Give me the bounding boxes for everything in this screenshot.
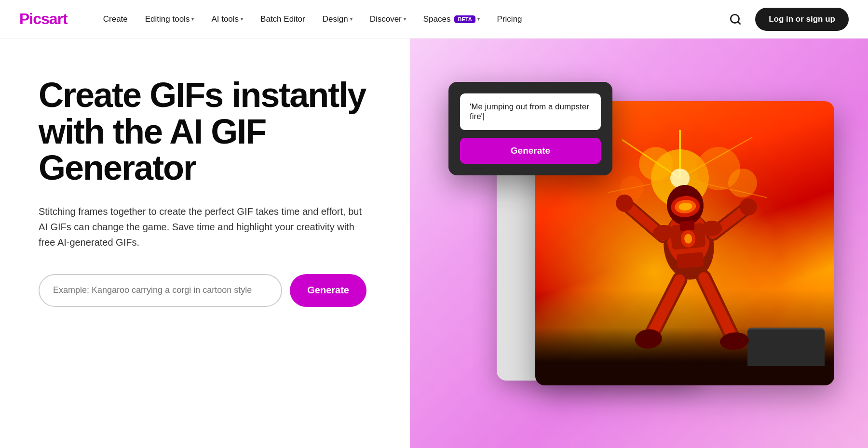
login-button[interactable]: Log in or sign up — [755, 8, 849, 31]
nav-item-create[interactable]: Create — [96, 11, 135, 28]
nav-label-editing-tools: Editing tools — [145, 14, 190, 24]
ai-generate-button[interactable]: Generate — [460, 138, 601, 164]
generate-row: Generate — [39, 274, 366, 307]
nav-label-design: Design — [323, 14, 348, 24]
nav-label-discover: Discover — [370, 14, 402, 24]
svg-rect-35 — [679, 220, 695, 231]
left-panel: Create GIFs instantly with the AI GIF Ge… — [0, 39, 410, 448]
nav-label-batch-editor: Batch Editor — [260, 14, 305, 24]
nav-item-ai-tools[interactable]: AI tools ▾ — [204, 11, 250, 28]
chevron-down-icon: ▾ — [350, 16, 353, 22]
nav-links: Create Editing tools ▾ AI tools ▾ Batch … — [96, 11, 725, 28]
hero-subtitle: Stitching frames together to create the … — [39, 204, 362, 250]
chevron-down-icon: ▾ — [404, 16, 406, 22]
chevron-down-icon: ▾ — [191, 16, 194, 22]
beta-badge: BETA — [454, 15, 475, 23]
picsart-logo[interactable]: Picsart — [19, 10, 68, 28]
nav-label-ai-tools: AI tools — [211, 14, 239, 24]
nav-label-pricing: Pricing — [497, 14, 522, 24]
main-content: Create GIFs instantly with the AI GIF Ge… — [0, 39, 868, 448]
right-panel: 'Me jumping out from a dumpster fire'| G… — [410, 39, 868, 448]
navbar: Picsart Create Editing tools ▾ AI tools … — [0, 0, 868, 39]
ai-prompt-text: 'Me jumping out from a dumpster fire'| — [460, 93, 601, 130]
svg-rect-32 — [677, 252, 704, 269]
nav-item-discover[interactable]: Discover ▾ — [363, 11, 413, 28]
search-icon — [729, 13, 742, 26]
nav-item-design[interactable]: Design ▾ — [316, 11, 359, 28]
svg-line-27 — [646, 279, 684, 336]
nav-item-spaces[interactable]: Spaces BETA ▾ — [417, 11, 487, 28]
action-figure-svg — [606, 143, 779, 377]
generate-button[interactable]: Generate — [290, 274, 366, 307]
nav-label-create: Create — [103, 14, 128, 24]
hero-title: Create GIFs instantly with the AI GIF Ge… — [39, 77, 371, 186]
svg-line-1 — [738, 22, 740, 24]
nav-item-editing-tools[interactable]: Editing tools ▾ — [138, 11, 201, 28]
chevron-down-icon: ▾ — [241, 16, 243, 22]
ai-dialog-card: 'Me jumping out from a dumpster fire'| G… — [448, 82, 612, 175]
search-button[interactable] — [725, 9, 746, 29]
nav-item-pricing[interactable]: Pricing — [490, 11, 529, 28]
nav-item-batch-editor[interactable]: Batch Editor — [254, 11, 312, 28]
svg-line-29 — [704, 276, 733, 341]
nav-right: Log in or sign up — [725, 8, 849, 31]
chevron-down-icon: ▾ — [477, 16, 480, 22]
prompt-input[interactable] — [39, 274, 282, 307]
nav-label-spaces: Spaces — [423, 14, 451, 24]
